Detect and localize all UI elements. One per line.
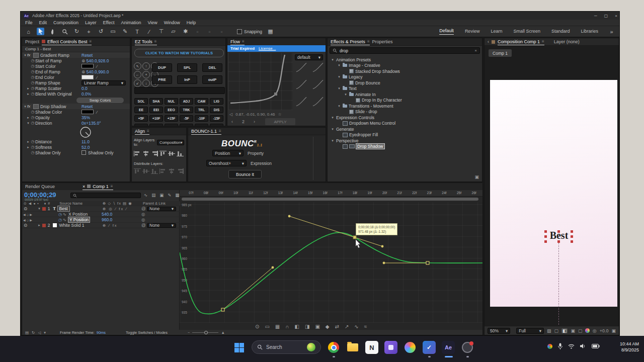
preset-thumb[interactable] (311, 78, 325, 90)
x-position-row[interactable]: ◀ ◇ ▶ ◷ ∿ X Position 540.0 ◎ (22, 212, 180, 217)
ez-tool-button[interactable]: RAMP (195, 124, 208, 126)
prev-keyframe-icon[interactable]: ◀ (23, 218, 26, 222)
tree-item[interactable]: Drop Bounce (329, 80, 480, 86)
anchor-direction-button[interactable]: ↙ (134, 79, 141, 87)
graph-toolbar-icon[interactable]: ◆ (326, 324, 330, 329)
tree-item[interactable]: Image - Creative (329, 63, 480, 69)
handle-dot[interactable] (272, 266, 274, 269)
prev-page-icon[interactable]: ‹ (231, 119, 233, 124)
workspace-tab[interactable]: Small Screen (513, 29, 540, 35)
property-name[interactable]: X Position (68, 212, 88, 217)
taskbar-pinwheel-app-icon[interactable] (404, 341, 417, 354)
selection-handle[interactable] (571, 235, 573, 238)
tree-item[interactable]: Slide - drop (329, 109, 480, 115)
layer-name[interactable]: White Solid 1 (59, 223, 84, 228)
shape-tool-icon[interactable]: ▭ (109, 28, 117, 35)
taskbar-todo-icon[interactable]: ✓ (423, 341, 436, 354)
exposure-reset-icon[interactable]: ◎ (593, 328, 597, 333)
stamp-tool-icon[interactable]: ⊤ (157, 28, 165, 35)
wifi-icon[interactable] (568, 344, 575, 349)
taskbar-notepad-icon[interactable]: N (365, 341, 378, 354)
new-panel-icon[interactable]: ▣ (474, 174, 479, 179)
taskbar-search[interactable]: Search (252, 340, 321, 354)
grid-options-icon[interactable]: ▦ (267, 28, 274, 35)
menu-item[interactable]: Help (187, 20, 196, 25)
opacity-value[interactable]: 35% (82, 115, 90, 120)
chevron-right-icon[interactable]: ▸ (26, 86, 30, 90)
graph-toolbar-icon[interactable]: ▭ (265, 324, 269, 329)
align-center-h-icon[interactable] (142, 151, 149, 156)
chevron-right-icon[interactable]: ▸ (26, 116, 30, 120)
graph-icon[interactable]: ∿ (63, 212, 66, 217)
chevron-right-icon[interactable]: ▸ (26, 145, 30, 149)
tab-comp-timeline[interactable]: × Comp 1 ≡ (83, 183, 113, 190)
tab-bouncer[interactable]: BOUNCr-1.1≡ (191, 128, 221, 135)
minimize-button[interactable]: ─ (594, 14, 597, 18)
tab-flow[interactable]: Flow≡ (230, 38, 245, 45)
softness-value[interactable]: 52.0 (82, 145, 90, 150)
ez-tool-button[interactable]: TRK (180, 107, 193, 113)
apply-button[interactable]: APPLY (265, 118, 295, 125)
graph-toolbar-icon[interactable]: ◧ (294, 324, 299, 329)
zoom-in-icon[interactable]: ▲ (221, 330, 224, 335)
blend-value[interactable]: 0.0% (82, 92, 91, 97)
tree-item[interactable]: Drop Shadow (329, 144, 480, 150)
snapshot-icon[interactable]: ▢ (578, 328, 583, 333)
selection-handle[interactable] (544, 235, 547, 238)
parent-dropdown[interactable]: None▾ (147, 207, 176, 211)
orbit-tool-icon[interactable]: ↻ (73, 28, 80, 35)
pickwhip-icon[interactable]: ◎ (141, 212, 145, 217)
effect-name[interactable]: Drop Shadow (40, 104, 66, 109)
add-keyframe-icon[interactable]: ◇ (27, 218, 29, 222)
status-icon[interactable]: ▾ (44, 330, 46, 335)
tab-effects-presets[interactable]: Effects & Presets≡ (331, 38, 370, 45)
stopwatch-icon[interactable]: ◷ (30, 86, 35, 90)
start-of-ramp-value[interactable]: 540.0,928.0 (87, 58, 109, 63)
panel-back-icon[interactable]: ‹ (488, 39, 489, 44)
chevron-down-icon[interactable] (337, 86, 341, 90)
workspace-tab[interactable]: Default (439, 28, 454, 35)
menu-item[interactable]: Animation (121, 20, 141, 25)
eyedropper-icon[interactable]: ∕ (97, 64, 101, 68)
graph-toolbar-icon[interactable]: ▦ (275, 324, 280, 329)
tree-item[interactable]: Eyedropper Fill (329, 132, 480, 138)
next-page-icon[interactable]: › (254, 119, 255, 124)
timeline-view-icon[interactable]: ▦ (175, 193, 179, 198)
status-icon[interactable]: ◁ (38, 330, 41, 335)
graph-toolbar-icon[interactable]: ⇄ (335, 324, 339, 329)
ez-tool-button[interactable]: EEO (165, 107, 178, 113)
stopwatch-icon[interactable]: ◷ (30, 115, 35, 120)
taskbar-chrome-icon[interactable] (327, 341, 340, 354)
close-button[interactable]: × (615, 14, 617, 18)
selection-handle[interactable] (544, 240, 547, 243)
tutorials-banner-button[interactable]: CLICK TO WATCH NEW TUTORIALS (134, 49, 224, 57)
ez-tool-button[interactable]: CURV (210, 124, 223, 126)
start-color-swatch[interactable] (82, 64, 94, 68)
tab-project[interactable]: Project (25, 39, 39, 44)
rotate-tool-icon[interactable]: ↺ (97, 28, 105, 35)
tree-item[interactable]: Drop In By Character (329, 98, 480, 104)
selection-handle[interactable] (544, 230, 547, 233)
ramp-scatter-value[interactable]: 0.0 (82, 86, 88, 91)
bounce-it-button[interactable]: Bounce It (228, 170, 262, 178)
timeline-view-icon[interactable]: ∿ (144, 193, 147, 198)
selection-handle[interactable] (571, 240, 573, 243)
point-picker-icon[interactable]: ⊕ (82, 69, 85, 74)
effect-name[interactable]: Gradient Ramp (40, 53, 69, 58)
stopwatch-icon[interactable]: ◷ (30, 69, 35, 74)
layer-row-1[interactable]: ⊙ ▾ 1 T Best ⊕ ◎ ∕ fx ∕ @ None▾ (22, 206, 180, 212)
graph-icon[interactable]: ∿ (63, 217, 66, 222)
ez-tool-button[interactable]: outP (202, 75, 222, 84)
ez-tool-button[interactable]: DIS (210, 107, 223, 113)
status-icon[interactable]: ↻ (32, 330, 35, 335)
value-curve[interactable] (180, 233, 483, 314)
close-tab-icon[interactable]: × (83, 184, 85, 189)
play-values-icon[interactable]: ◁ (229, 112, 232, 117)
distance-value[interactable]: 11.0 (82, 139, 90, 144)
end-of-ramp-value[interactable]: 540.0,990.0 (87, 69, 109, 74)
chevron-down-icon[interactable]: ▾ (23, 105, 27, 109)
preset-thumb[interactable] (295, 78, 308, 90)
x-position-value[interactable]: 540.0 (102, 212, 112, 217)
tab-composition[interactable]: Composition Comp 1≡ (498, 38, 544, 45)
align-left-icon[interactable] (134, 151, 141, 156)
